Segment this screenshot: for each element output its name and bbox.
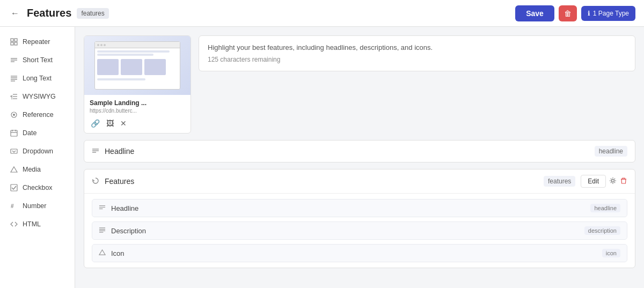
child-headline-icon <box>99 204 106 212</box>
child-field-row: Description description <box>92 221 627 240</box>
child-field-row: Headline headline <box>92 199 627 217</box>
headline-field-icon <box>92 147 99 156</box>
save-button[interactable]: Save <box>515 5 554 21</box>
repeater-field-icon <box>92 177 99 186</box>
svg-point-16 <box>13 114 15 116</box>
svg-marker-22 <box>11 167 17 172</box>
sidebar-item-media[interactable]: Media <box>2 161 72 178</box>
sidebar-item-short-text[interactable]: Short Text <box>2 51 72 69</box>
preview-card: Sample Landing ... https://cdn.butterc..… <box>84 35 191 134</box>
svg-rect-1 <box>14 39 17 41</box>
sidebar-label-short-text: Short Text <box>23 56 53 64</box>
headline-field-name: Headline <box>105 147 589 156</box>
reference-icon <box>10 110 18 119</box>
wysiwyg-icon: ¶ <box>10 92 18 101</box>
repeater-icon <box>10 38 18 46</box>
checkbox-icon <box>10 183 18 192</box>
repeater-delete-button[interactable] <box>620 177 627 186</box>
preview-close-button[interactable]: ✕ <box>119 118 128 129</box>
page-tag-badge: features <box>77 8 108 19</box>
preview-link-button[interactable]: 🔗 <box>90 118 101 129</box>
info-icon: ℹ <box>588 10 590 17</box>
chars-remaining: 125 characters remaining <box>208 56 626 63</box>
sidebar-item-date[interactable]: Date <box>2 124 72 142</box>
page-title: Features <box>27 7 71 19</box>
sidebar-item-checkbox[interactable]: Checkbox <box>2 179 72 196</box>
sidebar-label-dropdown: Dropdown <box>23 147 53 155</box>
repeater-actions: Edit <box>581 175 627 188</box>
dropdown-icon <box>10 147 18 156</box>
page-type-label: 1 Page Type <box>593 10 629 17</box>
long-text-icon <box>10 74 18 83</box>
page-type-button[interactable]: ℹ 1 Page Type <box>581 6 635 21</box>
sidebar-item-html[interactable]: HTML <box>2 216 72 233</box>
sidebar-label-reference: Reference <box>23 111 54 119</box>
preview-image <box>84 36 191 95</box>
svg-marker-36 <box>99 250 105 255</box>
child-description-icon <box>99 226 106 235</box>
svg-text:¶: ¶ <box>10 94 13 100</box>
child-description-slug: description <box>584 226 620 235</box>
number-icon: # <box>10 202 18 210</box>
back-button[interactable]: ← <box>9 6 21 20</box>
repeater-children: Headline headline Description descriptio… <box>84 194 635 268</box>
repeater-field-slug: features <box>544 176 575 187</box>
sidebar-label-repeater: Repeater <box>23 38 50 46</box>
preview-name: Sample Landing ... <box>90 99 185 107</box>
content-area: Sample Landing ... https://cdn.butterc..… <box>75 27 644 288</box>
svg-rect-0 <box>11 39 13 41</box>
svg-text:#: # <box>11 203 14 209</box>
delete-button[interactable]: 🗑 <box>559 5 577 21</box>
sidebar-label-date: Date <box>23 129 36 137</box>
features-repeater-block: Features features Edit <box>84 169 635 268</box>
sidebar-item-repeater[interactable]: Repeater <box>2 33 72 50</box>
sidebar-item-reference[interactable]: Reference <box>2 106 72 123</box>
sidebar-label-media: Media <box>23 166 41 173</box>
short-text-icon <box>10 56 18 64</box>
sidebar-label-long-text: Long Text <box>23 75 52 82</box>
sidebar-item-long-text[interactable]: Long Text <box>2 70 72 87</box>
html-icon <box>10 220 18 228</box>
svg-rect-23 <box>11 184 17 191</box>
main-layout: Repeater Short Text Long Text ¶ WYSIWYG … <box>0 27 644 288</box>
repeater-header: Features features Edit <box>84 169 635 194</box>
sidebar: Repeater Short Text Long Text ¶ WYSIWYG … <box>0 27 75 288</box>
media-icon <box>10 165 18 174</box>
repeater-edit-button[interactable]: Edit <box>581 175 606 188</box>
app-header: ← Features features Save 🗑 ℹ 1 Page Type <box>0 0 644 27</box>
repeater-field-name: Features <box>105 177 538 186</box>
child-icon-icon <box>99 249 106 257</box>
sidebar-label-wysiwyg: WYSIWYG <box>23 93 56 100</box>
child-description-name: Description <box>111 227 579 235</box>
svg-rect-2 <box>11 42 13 45</box>
sidebar-label-html: HTML <box>23 220 41 228</box>
sidebar-item-dropdown[interactable]: Dropdown <box>2 143 72 160</box>
sidebar-label-checkbox: Checkbox <box>23 184 53 191</box>
headline-field-row: Headline headline <box>84 140 635 163</box>
svg-rect-3 <box>14 42 17 45</box>
preview-image-button[interactable]: 🖼 <box>105 118 115 129</box>
child-field-row: Icon icon <box>92 244 627 262</box>
sidebar-item-wysiwyg[interactable]: ¶ WYSIWYG <box>2 88 72 105</box>
date-icon <box>10 129 18 137</box>
repeater-settings-button[interactable] <box>609 177 617 186</box>
child-icon-name: Icon <box>111 249 597 257</box>
child-icon-slug: icon <box>602 249 620 257</box>
header-actions: Save 🗑 ℹ 1 Page Type <box>515 5 635 21</box>
sidebar-item-number[interactable]: # Number <box>2 197 72 215</box>
description-text: Highlight your best features, including … <box>208 43 626 51</box>
preview-url: https://cdn.butterc... <box>90 108 185 114</box>
svg-point-28 <box>612 179 614 182</box>
sidebar-label-number: Number <box>23 202 46 210</box>
child-headline-slug: headline <box>590 204 620 212</box>
description-box: Highlight your best features, including … <box>199 35 635 71</box>
child-headline-name: Headline <box>111 204 585 212</box>
svg-rect-17 <box>11 130 17 136</box>
headline-field-slug: headline <box>595 146 627 157</box>
